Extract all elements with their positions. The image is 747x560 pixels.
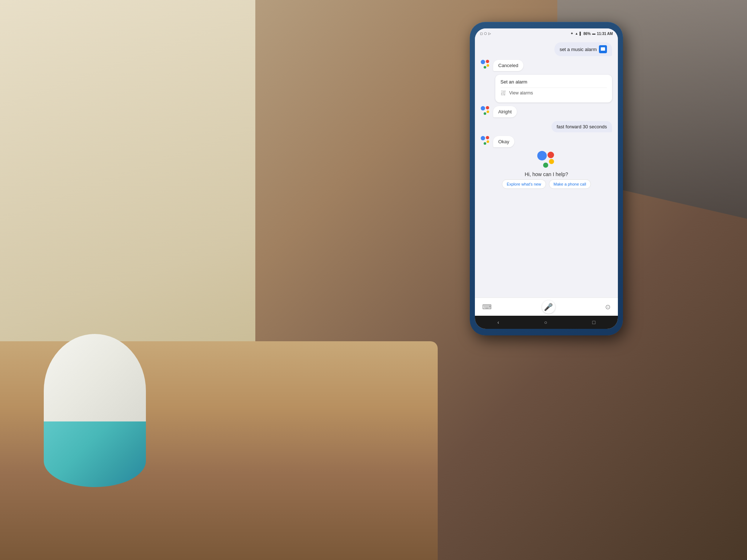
dot-green-3 [484, 142, 486, 145]
nav-back-button[interactable]: ‹ [498, 319, 499, 325]
user-message-ff: fast forward 30 seconds [551, 121, 612, 132]
fast-forward-text: fast forward 30 seconds [557, 124, 607, 129]
notification-icon: ◻ [480, 32, 483, 35]
big-dot-red [547, 152, 554, 158]
dot-yellow-2 [487, 110, 489, 113]
dot-green-2 [484, 112, 486, 115]
nav-home-button[interactable]: ○ [544, 319, 547, 325]
phone-screen: ◻ ⬡ ▷ ✦ ▲ ▌ 86% ▬ 11:31 AM set a music a… [475, 28, 618, 329]
camera-icon: ⬡ [484, 32, 487, 35]
user-message-text: set a music alarm [560, 47, 597, 52]
signal-icon: ▌ [580, 32, 582, 35]
view-alarms-label[interactable]: View alarms [509, 90, 533, 96]
input-bottom-bar: ⌨ 🎤 ⊙ [475, 298, 618, 316]
hi-section: Hi, how can I help? Explore what's new M… [481, 151, 612, 189]
dot-green [484, 66, 486, 69]
lens-icon[interactable]: ⊙ [605, 303, 611, 311]
dot-red-2 [486, 106, 489, 109]
alright-bubble: Alright [493, 106, 517, 117]
okay-bubble: Okay [493, 136, 514, 147]
dot-blue-3 [481, 136, 485, 140]
dot-yellow-3 [487, 140, 489, 143]
suggestion-explore[interactable]: Explore what's new [502, 179, 546, 189]
google-home-speaker [44, 334, 146, 487]
dot-red-3 [486, 136, 489, 139]
canceled-bubble: Canceled [493, 60, 523, 71]
speaker-bottom [44, 421, 146, 487]
status-icons-left: ◻ ⬡ ▷ [480, 32, 491, 35]
battery-icon: ▬ [592, 32, 595, 35]
status-icons-right: ✦ ▲ ▌ 86% ▬ 11:31 AM [570, 32, 613, 36]
hi-text: Hi, how can I help? [525, 171, 568, 177]
google-assistant-icon-canceled [481, 60, 490, 69]
canceled-text: Canceled [498, 63, 518, 68]
bluetooth-icon: ✦ [570, 32, 573, 35]
okay-row: Okay [481, 136, 612, 147]
alright-text: Alright [498, 109, 512, 114]
google-assistant-icon-okay [481, 136, 490, 145]
alarm-card: Set an alarm View alarms [495, 75, 612, 102]
mic-icon: 🎤 [544, 303, 553, 311]
dot-yellow [487, 64, 489, 67]
user-message-alarm: set a music alarm [554, 42, 612, 56]
big-dot-blue [537, 151, 547, 160]
big-google-dots-icon [537, 151, 556, 169]
suggestion-phone-call[interactable]: Make a phone call [549, 179, 591, 189]
dot-blue-2 [481, 106, 485, 110]
google-assistant-icon-alright [481, 106, 490, 116]
user-avatar-icon [599, 45, 607, 53]
mic-button[interactable]: 🎤 [542, 300, 555, 314]
suggestions-row: Explore what's new Make a phone call [502, 179, 591, 189]
play-icon: ▷ [488, 32, 491, 35]
view-alarms-icon [500, 90, 506, 96]
dot-blue [481, 60, 485, 64]
phone-case: ◻ ⬡ ▷ ✦ ▲ ▌ 86% ▬ 11:31 AM set a music a… [470, 22, 623, 335]
nav-recents-button[interactable]: □ [592, 319, 595, 325]
view-alarms-row[interactable]: View alarms [500, 88, 607, 98]
okay-text: Okay [498, 139, 509, 144]
svg-rect-0 [601, 47, 605, 51]
big-dot-green [543, 163, 548, 168]
canceled-row: Canceled [481, 60, 612, 71]
speaker-top [44, 334, 146, 429]
keyboard-icon[interactable]: ⌨ [482, 303, 492, 311]
chat-area: set a music alarm Canceled [475, 39, 618, 298]
wifi-icon: ▲ [575, 32, 578, 35]
time-display: 11:31 AM [597, 32, 613, 36]
android-nav-bar: ‹ ○ □ [475, 316, 618, 329]
battery-percent: 86% [583, 32, 591, 36]
dot-red [486, 60, 489, 63]
alright-row: Alright [481, 106, 612, 117]
big-dot-yellow [549, 159, 554, 164]
set-alarm-title: Set an alarm [500, 79, 607, 85]
status-bar: ◻ ⬡ ▷ ✦ ▲ ▌ 86% ▬ 11:31 AM [475, 28, 618, 39]
android-phone: ◻ ⬡ ▷ ✦ ▲ ▌ 86% ▬ 11:31 AM set a music a… [470, 22, 623, 335]
